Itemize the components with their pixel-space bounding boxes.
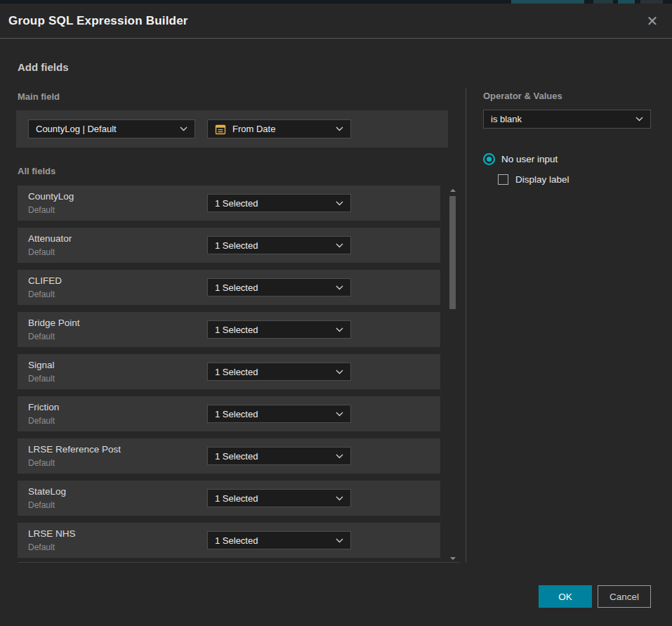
operator-select-value: is blank xyxy=(491,114,630,124)
field-name: LRSE Reference Post xyxy=(28,444,121,455)
field-selected-value: 1 Selected xyxy=(215,535,330,546)
all-fields-label: All fields xyxy=(18,166,55,176)
chevron-down-icon xyxy=(336,454,343,459)
field-row: LRSE Reference Post Default 1 Selected xyxy=(18,438,440,474)
chevron-down-icon xyxy=(635,117,643,122)
all-fields-list: CountyLog Default 1 Selected Attenuator … xyxy=(18,184,460,563)
field-name: CLIFED xyxy=(28,275,62,286)
radio-icon xyxy=(483,153,495,165)
field-row: CLIFED Default 1 Selected xyxy=(18,270,440,305)
field-selected-value: 1 Selected xyxy=(215,240,330,251)
cancel-button[interactable]: Cancel xyxy=(598,585,651,608)
operator-values-label: Operator & Values xyxy=(483,91,562,101)
field-selected-dropdown[interactable]: 1 Selected xyxy=(207,489,351,507)
calendar-icon xyxy=(215,124,226,135)
group-sql-expression-builder-dialog: Group SQL Expression Builder ✕ Add field… xyxy=(0,4,672,626)
display-label-checkbox[interactable]: Display label xyxy=(498,174,569,185)
chevron-down-icon xyxy=(336,496,343,501)
main-field-panel: CountyLog | Default From Date xyxy=(16,110,448,148)
radio-dot xyxy=(487,157,492,162)
field-selected-dropdown[interactable]: 1 Selected xyxy=(207,447,351,465)
chevron-down-icon xyxy=(180,126,187,131)
field-row: LRSE NHS Default 1 Selected xyxy=(18,523,440,558)
field-name: Bridge Point xyxy=(28,318,80,328)
field-name: Attenuator xyxy=(28,233,72,244)
layer-select-value: CountyLog | Default xyxy=(36,124,174,134)
add-fields-heading: Add fields xyxy=(18,61,69,73)
checkbox-icon xyxy=(498,174,508,185)
field-sublabel: Default xyxy=(28,500,55,510)
fields-list-scrollbar[interactable] xyxy=(449,184,456,563)
field-selected-value: 1 Selected xyxy=(215,451,330,462)
field-selected-dropdown[interactable]: 1 Selected xyxy=(207,236,351,254)
field-selected-dropdown[interactable]: 1 Selected xyxy=(207,405,351,423)
field-row: StateLog Default 1 Selected xyxy=(18,481,440,516)
ok-button[interactable]: OK xyxy=(539,585,592,608)
field-sublabel: Default xyxy=(28,542,55,552)
chevron-down-icon xyxy=(336,201,343,206)
field-sublabel: Default xyxy=(28,205,55,215)
field-sublabel: Default xyxy=(28,247,55,257)
chevron-down-icon xyxy=(336,126,343,131)
field-row: Attenuator Default 1 Selected xyxy=(18,228,440,263)
field-sublabel: Default xyxy=(28,332,55,341)
chevron-down-icon xyxy=(336,370,343,374)
field-sublabel: Default xyxy=(28,458,55,468)
dialog-header: Group SQL Expression Builder ✕ xyxy=(0,4,672,39)
layer-select[interactable]: CountyLog | Default xyxy=(28,119,195,138)
scroll-up-icon[interactable] xyxy=(450,189,456,192)
field-select-value: From Date xyxy=(232,124,330,134)
field-name: Friction xyxy=(28,402,59,412)
field-row: Signal Default 1 Selected xyxy=(18,354,440,389)
no-user-input-label: No user input xyxy=(501,154,558,164)
display-label-text: Display label xyxy=(515,174,569,185)
field-selected-dropdown[interactable]: 1 Selected xyxy=(207,531,351,549)
panel-divider xyxy=(466,88,466,562)
no-user-input-radio[interactable]: No user input xyxy=(483,153,558,165)
dialog-title: Group SQL Expression Builder xyxy=(8,14,188,28)
field-select[interactable]: From Date xyxy=(207,119,351,138)
field-name: LRSE NHS xyxy=(28,528,76,539)
field-sublabel: Default xyxy=(28,416,55,426)
field-selected-value: 1 Selected xyxy=(215,409,330,419)
field-selected-value: 1 Selected xyxy=(215,493,330,504)
chevron-down-icon xyxy=(336,285,343,290)
field-row: CountyLog Default 1 Selected xyxy=(18,185,440,221)
operator-select[interactable]: is blank xyxy=(483,110,651,129)
chevron-down-icon xyxy=(336,412,343,417)
field-selected-dropdown[interactable]: 1 Selected xyxy=(207,320,351,339)
field-selected-dropdown[interactable]: 1 Selected xyxy=(207,363,351,381)
field-row: Friction Default 1 Selected xyxy=(18,396,440,431)
field-sublabel: Default xyxy=(28,289,55,299)
field-name: StateLog xyxy=(28,486,66,497)
field-sublabel: Default xyxy=(28,374,55,384)
field-row: Bridge Point Default 1 Selected xyxy=(18,312,440,347)
field-selected-value: 1 Selected xyxy=(215,282,330,293)
field-name: Signal xyxy=(28,360,55,370)
close-icon[interactable]: ✕ xyxy=(643,11,662,31)
chevron-down-icon xyxy=(336,538,343,543)
field-selected-value: 1 Selected xyxy=(215,325,330,335)
field-selected-dropdown[interactable]: 1 Selected xyxy=(207,278,351,296)
main-field-label: Main field xyxy=(18,91,60,102)
scrollbar-thumb[interactable] xyxy=(449,196,456,309)
field-selected-value: 1 Selected xyxy=(215,367,330,377)
field-selected-dropdown[interactable]: 1 Selected xyxy=(207,194,351,212)
chevron-down-icon xyxy=(336,327,343,332)
field-selected-value: 1 Selected xyxy=(215,198,330,209)
scroll-down-icon[interactable] xyxy=(450,557,456,560)
field-name: CountyLog xyxy=(28,191,74,202)
chevron-down-icon xyxy=(336,243,343,248)
